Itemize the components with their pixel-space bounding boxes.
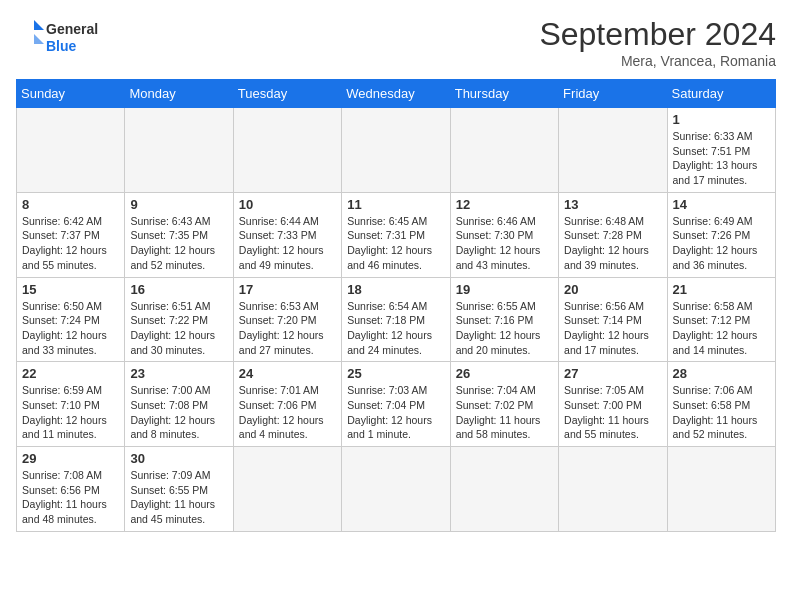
day-info: Sunrise: 6:45 AMSunset: 7:31 PMDaylight:… — [347, 214, 444, 273]
day-number: 30 — [130, 451, 227, 466]
day-number: 15 — [22, 282, 119, 297]
col-wednesday: Wednesday — [342, 80, 450, 108]
day-number: 12 — [456, 197, 553, 212]
day-number: 14 — [673, 197, 770, 212]
day-info: Sunrise: 6:50 AMSunset: 7:24 PMDaylight:… — [22, 299, 119, 358]
col-tuesday: Tuesday — [233, 80, 341, 108]
day-number: 9 — [130, 197, 227, 212]
table-row: 8Sunrise: 6:42 AMSunset: 7:37 PMDaylight… — [17, 192, 125, 277]
month-title: September 2024 — [539, 16, 776, 53]
table-row: 22Sunrise: 6:59 AMSunset: 7:10 PMDayligh… — [17, 362, 125, 447]
day-info: Sunrise: 6:44 AMSunset: 7:33 PMDaylight:… — [239, 214, 336, 273]
table-row: 26Sunrise: 7:04 AMSunset: 7:02 PMDayligh… — [450, 362, 558, 447]
table-row: 13Sunrise: 6:48 AMSunset: 7:28 PMDayligh… — [559, 192, 667, 277]
day-number: 27 — [564, 366, 661, 381]
day-number: 28 — [673, 366, 770, 381]
day-info: Sunrise: 6:46 AMSunset: 7:30 PMDaylight:… — [456, 214, 553, 273]
day-number: 25 — [347, 366, 444, 381]
day-info: Sunrise: 6:58 AMSunset: 7:12 PMDaylight:… — [673, 299, 770, 358]
table-row: 14Sunrise: 6:49 AMSunset: 7:26 PMDayligh… — [667, 192, 775, 277]
day-info: Sunrise: 6:49 AMSunset: 7:26 PMDaylight:… — [673, 214, 770, 273]
location: Mera, Vrancea, Romania — [539, 53, 776, 69]
day-number: 22 — [22, 366, 119, 381]
table-row: 18Sunrise: 6:54 AMSunset: 7:18 PMDayligh… — [342, 277, 450, 362]
table-row: 12Sunrise: 6:46 AMSunset: 7:30 PMDayligh… — [450, 192, 558, 277]
day-number: 17 — [239, 282, 336, 297]
table-row — [667, 447, 775, 532]
day-info: Sunrise: 6:56 AMSunset: 7:14 PMDaylight:… — [564, 299, 661, 358]
day-number: 18 — [347, 282, 444, 297]
table-row — [450, 108, 558, 193]
table-row: 1Sunrise: 6:33 AMSunset: 7:51 PMDaylight… — [667, 108, 775, 193]
day-info: Sunrise: 7:00 AMSunset: 7:08 PMDaylight:… — [130, 383, 227, 442]
table-row — [342, 447, 450, 532]
day-info: Sunrise: 7:05 AMSunset: 7:00 PMDaylight:… — [564, 383, 661, 442]
day-info: Sunrise: 6:59 AMSunset: 7:10 PMDaylight:… — [22, 383, 119, 442]
table-row: 19Sunrise: 6:55 AMSunset: 7:16 PMDayligh… — [450, 277, 558, 362]
week-row-5: 29Sunrise: 7:08 AMSunset: 6:56 PMDayligh… — [17, 447, 776, 532]
week-row-1: 1Sunrise: 6:33 AMSunset: 7:51 PMDaylight… — [17, 108, 776, 193]
day-info: Sunrise: 7:08 AMSunset: 6:56 PMDaylight:… — [22, 468, 119, 527]
page-header: General Blue September 2024 Mera, Vrance… — [16, 16, 776, 69]
day-info: Sunrise: 6:42 AMSunset: 7:37 PMDaylight:… — [22, 214, 119, 273]
table-row — [559, 447, 667, 532]
day-info: Sunrise: 6:51 AMSunset: 7:22 PMDaylight:… — [130, 299, 227, 358]
day-number: 19 — [456, 282, 553, 297]
table-row: 15Sunrise: 6:50 AMSunset: 7:24 PMDayligh… — [17, 277, 125, 362]
table-row — [450, 447, 558, 532]
day-info: Sunrise: 7:09 AMSunset: 6:55 PMDaylight:… — [130, 468, 227, 527]
table-row: 16Sunrise: 6:51 AMSunset: 7:22 PMDayligh… — [125, 277, 233, 362]
calendar-table: Sunday Monday Tuesday Wednesday Thursday… — [16, 79, 776, 532]
table-row: 11Sunrise: 6:45 AMSunset: 7:31 PMDayligh… — [342, 192, 450, 277]
table-row: 30Sunrise: 7:09 AMSunset: 6:55 PMDayligh… — [125, 447, 233, 532]
day-info: Sunrise: 6:55 AMSunset: 7:16 PMDaylight:… — [456, 299, 553, 358]
svg-text:General: General — [46, 21, 98, 37]
table-row — [233, 108, 341, 193]
col-monday: Monday — [125, 80, 233, 108]
col-saturday: Saturday — [667, 80, 775, 108]
day-number: 1 — [673, 112, 770, 127]
table-row — [17, 108, 125, 193]
table-row — [125, 108, 233, 193]
day-number: 29 — [22, 451, 119, 466]
day-info: Sunrise: 7:03 AMSunset: 7:04 PMDaylight:… — [347, 383, 444, 442]
day-number: 16 — [130, 282, 227, 297]
day-info: Sunrise: 7:04 AMSunset: 7:02 PMDaylight:… — [456, 383, 553, 442]
day-number: 21 — [673, 282, 770, 297]
table-row — [559, 108, 667, 193]
day-info: Sunrise: 7:01 AMSunset: 7:06 PMDaylight:… — [239, 383, 336, 442]
svg-marker-3 — [34, 34, 44, 44]
table-row: 25Sunrise: 7:03 AMSunset: 7:04 PMDayligh… — [342, 362, 450, 447]
table-row: 9Sunrise: 6:43 AMSunset: 7:35 PMDaylight… — [125, 192, 233, 277]
table-row: 21Sunrise: 6:58 AMSunset: 7:12 PMDayligh… — [667, 277, 775, 362]
day-number: 8 — [22, 197, 119, 212]
col-friday: Friday — [559, 80, 667, 108]
day-info: Sunrise: 6:54 AMSunset: 7:18 PMDaylight:… — [347, 299, 444, 358]
table-row: 28Sunrise: 7:06 AMSunset: 6:58 PMDayligh… — [667, 362, 775, 447]
table-row: 24Sunrise: 7:01 AMSunset: 7:06 PMDayligh… — [233, 362, 341, 447]
day-number: 11 — [347, 197, 444, 212]
svg-marker-2 — [34, 20, 44, 30]
table-row: 27Sunrise: 7:05 AMSunset: 7:00 PMDayligh… — [559, 362, 667, 447]
table-row: 20Sunrise: 6:56 AMSunset: 7:14 PMDayligh… — [559, 277, 667, 362]
week-row-2: 8Sunrise: 6:42 AMSunset: 7:37 PMDaylight… — [17, 192, 776, 277]
day-number: 13 — [564, 197, 661, 212]
day-info: Sunrise: 7:06 AMSunset: 6:58 PMDaylight:… — [673, 383, 770, 442]
week-row-4: 22Sunrise: 6:59 AMSunset: 7:10 PMDayligh… — [17, 362, 776, 447]
day-info: Sunrise: 6:43 AMSunset: 7:35 PMDaylight:… — [130, 214, 227, 273]
day-number: 24 — [239, 366, 336, 381]
day-number: 20 — [564, 282, 661, 297]
table-row — [342, 108, 450, 193]
table-row: 10Sunrise: 6:44 AMSunset: 7:33 PMDayligh… — [233, 192, 341, 277]
title-block: September 2024 Mera, Vrancea, Romania — [539, 16, 776, 69]
day-number: 23 — [130, 366, 227, 381]
table-row: 29Sunrise: 7:08 AMSunset: 6:56 PMDayligh… — [17, 447, 125, 532]
day-number: 10 — [239, 197, 336, 212]
table-row — [233, 447, 341, 532]
day-info: Sunrise: 6:53 AMSunset: 7:20 PMDaylight:… — [239, 299, 336, 358]
day-number: 26 — [456, 366, 553, 381]
logo: General Blue — [16, 16, 106, 61]
day-info: Sunrise: 6:48 AMSunset: 7:28 PMDaylight:… — [564, 214, 661, 273]
col-thursday: Thursday — [450, 80, 558, 108]
weekday-header-row: Sunday Monday Tuesday Wednesday Thursday… — [17, 80, 776, 108]
